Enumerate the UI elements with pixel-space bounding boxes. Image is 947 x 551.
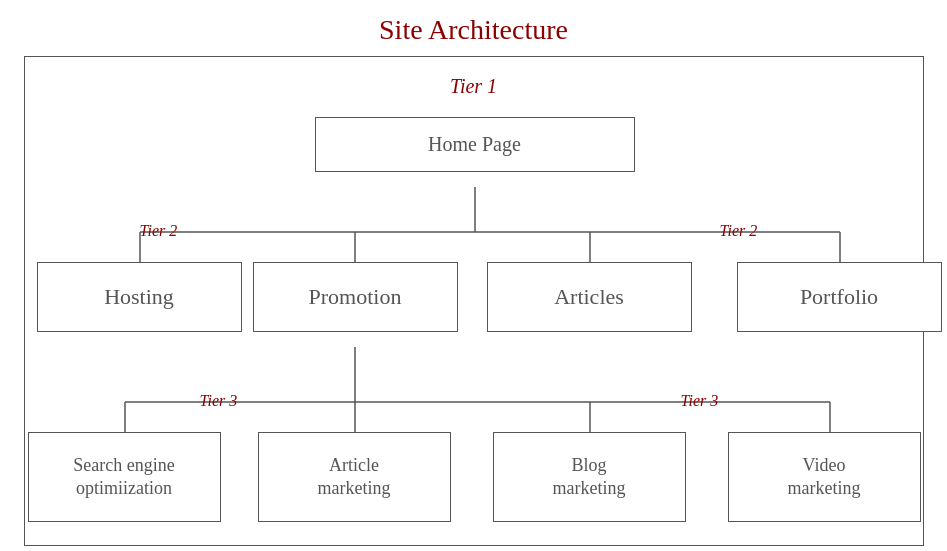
tier3-node-seo: Search engineoptimiization [28,432,221,522]
diagram-container: Tier 1 Home Page Tier 2 Tier 2 Hosting P… [24,56,924,546]
tier2-node-portfolio: Portfolio [737,262,942,332]
tier3-node-article-marketing: Articlemarketing [258,432,451,522]
tier2-node-hosting: Hosting [37,262,242,332]
tier3-node-video-marketing: Videomarketing [728,432,921,522]
homepage-node: Home Page [315,117,635,172]
tier2-node-promotion: Promotion [253,262,458,332]
tier3-node-blog-marketing: Blogmarketing [493,432,686,522]
tier3-label-left: Tier 3 [200,392,238,410]
tier3-label-right: Tier 3 [681,392,719,410]
page-title: Site Architecture [379,14,568,46]
tier1-label: Tier 1 [450,75,497,98]
tier2-label-left: Tier 2 [140,222,178,240]
tier2-node-articles: Articles [487,262,692,332]
tier2-label-right: Tier 2 [720,222,758,240]
